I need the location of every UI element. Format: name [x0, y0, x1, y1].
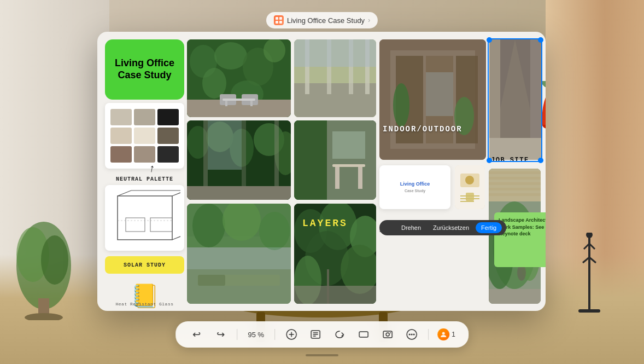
photo-right-top[interactable]: [489, 39, 541, 160]
text-button[interactable]: [308, 327, 323, 342]
board-content: Living Office Case Study NEUTRAL PALETTE: [97, 32, 546, 311]
svg-point-71: [465, 176, 474, 184]
svg-rect-18: [276, 17, 278, 20]
zuruecksetzen-button[interactable]: Zurücksetzen: [428, 222, 475, 233]
breadcrumb-bar[interactable]: Living Office Case Study ›: [266, 12, 378, 28]
divider-3: [428, 329, 429, 340]
breadcrumb-path: Living Office Case Study: [287, 16, 365, 25]
undo-button[interactable]: ↩: [189, 327, 204, 342]
breadcrumb-chevron: ›: [368, 16, 370, 24]
collaborator-button[interactable]: 1: [437, 328, 455, 340]
divider-2: [274, 329, 275, 340]
svg-rect-86: [187, 186, 291, 200]
svg-rect-74: [460, 198, 479, 199]
svg-rect-29: [150, 218, 172, 232]
living-office-card[interactable]: Living Office Case Study: [379, 165, 450, 209]
shape-icon: [358, 329, 369, 340]
collaborator-avatar: [437, 328, 449, 340]
svg-point-35: [264, 39, 285, 62]
svg-rect-117: [489, 177, 541, 180]
palette-card[interactable]: [105, 103, 184, 169]
svg-rect-89: [294, 120, 327, 200]
plant-left: [11, 211, 77, 320]
heat-resistant-label: Heat Resistant Glass: [105, 302, 184, 307]
job-site-label: JOB SITE: [491, 157, 529, 164]
photo-button[interactable]: [380, 327, 395, 342]
solar-study-label: SOLAR STUDY: [105, 256, 184, 274]
app-icon: [274, 15, 284, 25]
svg-rect-119: [489, 188, 541, 190]
svg-point-56: [393, 83, 409, 127]
more-icon: [406, 329, 417, 340]
indoor-outdoor-label: INDOOR/OUTDOOR: [383, 125, 462, 134]
svg-rect-135: [383, 331, 392, 338]
svg-rect-87: [208, 120, 242, 170]
photo-indoor-outdoor[interactable]: [379, 39, 486, 160]
svg-rect-124: [489, 289, 541, 304]
svg-rect-116: [489, 171, 541, 174]
svg-rect-28: [126, 218, 145, 232]
zoom-level[interactable]: 95 %: [246, 331, 266, 339]
rotate-toolbar[interactable]: Drehen Zurücksetzen Fertig: [379, 220, 506, 235]
photo-green-wall-3[interactable]: [294, 120, 376, 200]
svg-rect-42: [225, 101, 227, 106]
neutral-palette-label: NEUTRAL PALETTE: [105, 176, 184, 182]
shape-button[interactable]: [356, 327, 371, 342]
photo-green-wall-2[interactable]: [187, 120, 291, 200]
layers-label: LAYERS: [302, 218, 348, 229]
svg-point-66: [539, 81, 546, 89]
svg-rect-38: [187, 100, 291, 117]
svg-point-141: [413, 334, 415, 336]
fertig-button[interactable]: Fertig: [476, 222, 502, 233]
svg-rect-58: [426, 72, 453, 116]
svg-rect-73: [460, 195, 479, 197]
svg-rect-21: [279, 21, 282, 24]
svg-rect-20: [276, 21, 278, 24]
more-button[interactable]: [404, 327, 419, 342]
svg-rect-118: [489, 182, 541, 185]
svg-rect-134: [359, 332, 368, 337]
svg-rect-75: [460, 201, 474, 202]
svg-line-23: [118, 190, 131, 196]
svg-line-27: [172, 234, 180, 240]
decorative-vase: [539, 81, 546, 136]
lasso-icon: [334, 329, 345, 340]
svg-point-6: [586, 233, 593, 238]
add-button[interactable]: [284, 327, 299, 342]
lasso-button[interactable]: [332, 327, 347, 342]
collaborator-count: 1: [452, 331, 455, 338]
redo-button[interactable]: ↪: [213, 327, 228, 342]
svg-point-33: [214, 42, 247, 70]
svg-point-109: [259, 212, 290, 250]
svg-rect-19: [279, 17, 282, 20]
svg-point-2: [41, 235, 68, 285]
drehen-button[interactable]: Drehen: [396, 222, 426, 233]
keynote-card[interactable]: [455, 165, 485, 209]
svg-rect-43: [250, 101, 253, 106]
photo-bottom-left[interactable]: [187, 204, 291, 304]
svg-rect-111: [198, 275, 225, 286]
photo-green-wall-1[interactable]: [187, 39, 291, 117]
svg-rect-41: [223, 99, 255, 101]
svg-line-24: [172, 190, 180, 196]
text-icon: [310, 329, 321, 340]
title-card-text: Living Office Case Study: [115, 57, 174, 81]
svg-point-137: [390, 332, 391, 333]
living-office-logo: Living Office Case Study: [400, 181, 430, 194]
svg-rect-102: [294, 286, 376, 304]
svg-point-136: [386, 333, 389, 336]
divider-1: [237, 329, 237, 340]
title-card[interactable]: Living Office Case Study: [105, 39, 184, 100]
bottom-toolbar[interactable]: ↩ ↪ 95 %: [175, 321, 469, 348]
svg-point-107: [192, 204, 225, 247]
svg-rect-50: [294, 39, 376, 67]
rotate-icon: [384, 222, 395, 233]
svg-rect-72: [466, 193, 474, 201]
sketch-card[interactable]: [105, 185, 184, 251]
photo-outdoor[interactable]: [294, 39, 376, 117]
add-icon: [286, 329, 297, 340]
svg-point-139: [411, 334, 413, 336]
freeform-board[interactable]: Living Office Case Study NEUTRAL PALETTE: [97, 32, 546, 311]
svg-point-4: [25, 313, 63, 320]
svg-rect-94: [332, 131, 365, 159]
